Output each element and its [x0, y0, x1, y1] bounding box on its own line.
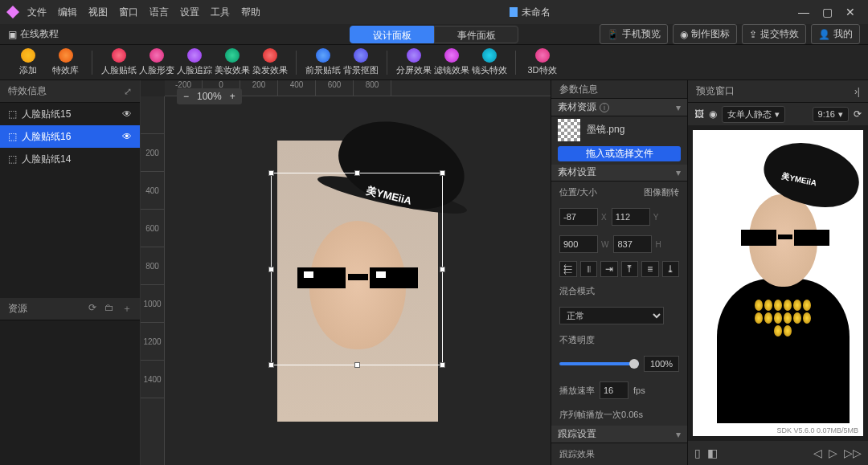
canvas-viewport[interactable]: 美YMEiiA	[165, 96, 551, 465]
seq-note: 序列帧播放一次0.06s	[559, 409, 643, 421]
add-icon[interactable]: ＋	[122, 302, 132, 316]
drop-file-button[interactable]: 拖入或选择文件	[558, 146, 681, 161]
follow-section-header[interactable]: 跟踪设置 ▾	[551, 426, 687, 443]
w-unit: W	[601, 240, 608, 249]
h-input[interactable]	[613, 235, 652, 253]
tool-sticker[interactable]: 人脸贴纸	[100, 48, 137, 76]
tool-lens[interactable]: 镜头特效	[471, 48, 507, 76]
asset-file-row[interactable]: 墨镜.png	[551, 116, 687, 143]
tool-hair[interactable]: 染发效果	[252, 48, 288, 76]
prev-button[interactable]: ◁	[813, 447, 822, 459]
collapse-icon[interactable]: ›|	[854, 86, 860, 97]
document-icon	[509, 7, 518, 17]
align-top[interactable]: ⤒	[621, 261, 639, 277]
refresh-icon[interactable]: ⟳	[88, 302, 96, 316]
visibility-toggle[interactable]: 👁	[122, 108, 132, 120]
make-icon-button[interactable]: ◉制作图标	[673, 24, 737, 44]
slider-thumb[interactable]	[629, 359, 639, 369]
chevron-down-icon: ▾	[775, 109, 780, 120]
menu-language[interactable]: 语言	[149, 6, 169, 19]
separator	[515, 51, 516, 75]
preview-header: 预览窗口 ›|	[688, 80, 868, 103]
opacity-slider[interactable]	[559, 362, 639, 365]
refresh-icon[interactable]: ⟳	[854, 108, 862, 120]
align-left[interactable]: ⬱	[559, 261, 577, 277]
window-title: 未命名	[260, 6, 798, 19]
opacity-value[interactable]: 100%	[644, 356, 679, 372]
compare-icon[interactable]: ◧	[707, 447, 718, 459]
tutorial-button[interactable]: ▣ 在线教程	[8, 27, 59, 41]
playrate-input[interactable]	[600, 381, 628, 399]
maximize-button[interactable]: ▢	[822, 6, 833, 18]
expand-icon[interactable]: ⤢	[124, 86, 132, 97]
handle-e[interactable]	[440, 267, 445, 272]
pose-select[interactable]: 女单人静态▾	[722, 106, 785, 123]
tool-filter[interactable]: 滤镜效果	[433, 48, 469, 76]
artboard[interactable]: 美YMEiiA	[277, 141, 438, 422]
minimize-button[interactable]: —	[798, 6, 809, 18]
close-button[interactable]: ✕	[845, 6, 855, 18]
preview-toolbar: 🖼 ◉ 女单人静态▾ 9:16▾ ⟳	[688, 103, 868, 125]
portrait-icon[interactable]: ▯	[694, 447, 701, 459]
align-bottom[interactable]: ⤓	[662, 261, 680, 277]
tab-design[interactable]: 设计面板	[350, 26, 434, 43]
blend-mode-select[interactable]: 正常	[559, 307, 664, 324]
menu-edit[interactable]: 编辑	[58, 6, 77, 19]
ratio-select[interactable]: 9:16▾	[813, 107, 849, 122]
menu-view[interactable]: 视图	[88, 6, 108, 19]
menu-window[interactable]: 窗口	[119, 6, 138, 19]
tool-morph[interactable]: 人脸形变	[138, 48, 174, 76]
selection-box[interactable]	[271, 173, 443, 365]
align-center-h[interactable]: ⫴	[580, 261, 598, 277]
phone-preview-button[interactable]: 📱手机预览	[600, 24, 668, 44]
tool-add[interactable]: 添加	[10, 48, 46, 76]
handle-ne[interactable]	[440, 170, 445, 176]
visibility-toggle[interactable]: 👁	[122, 131, 132, 142]
tool-split[interactable]: 分屏效果	[395, 48, 432, 76]
align-right[interactable]: ⇥	[600, 261, 618, 277]
handle-nw[interactable]	[268, 170, 274, 176]
folder-icon[interactable]: 🗀	[104, 302, 114, 316]
tool-fxlib[interactable]: 特效库	[47, 48, 84, 76]
menu-file[interactable]: 文件	[27, 6, 47, 19]
tool-matting[interactable]: 背景抠图	[342, 48, 379, 76]
layer-item-14[interactable]: ⬚ 人脸贴纸14	[0, 148, 140, 170]
mine-button[interactable]: 👤我的	[811, 24, 860, 44]
x-input[interactable]	[559, 208, 598, 226]
menu-help[interactable]: 帮助	[241, 6, 260, 19]
asset-section-header[interactable]: 素材资源i ▾	[551, 99, 687, 116]
camera-mode-icon[interactable]: ◉	[709, 108, 717, 120]
next-button[interactable]: ▷▷	[844, 447, 862, 459]
handle-se[interactable]	[440, 362, 445, 368]
mine-label: 我的	[833, 27, 853, 41]
submit-fx-button[interactable]: ⇪提交特效	[742, 24, 806, 44]
tab-event[interactable]: 事件面板	[434, 26, 518, 43]
morph-label: 人脸形变	[139, 64, 174, 76]
layer-item-15[interactable]: ⬚ 人脸贴纸15 👁	[0, 103, 140, 125]
tool-fg[interactable]: 前景贴纸	[305, 48, 341, 76]
ruler-tick: 1200	[141, 323, 164, 361]
y-input[interactable]	[612, 208, 650, 226]
settings-section-header[interactable]: 素材设置 ▾	[551, 165, 687, 182]
menu-tools[interactable]: 工具	[211, 6, 230, 19]
align-buttons: ⬱ ⫴ ⇥ ⤒ ≡ ⤓	[551, 258, 687, 280]
image-mode-icon[interactable]: 🖼	[694, 108, 704, 120]
info-icon[interactable]: i	[600, 103, 609, 112]
align-center-v[interactable]: ≡	[641, 261, 659, 277]
ruler-tick: 1000	[141, 285, 164, 323]
zoom-in-button[interactable]: +	[230, 91, 235, 102]
play-button[interactable]: ▷	[829, 447, 837, 459]
handle-sw[interactable]	[268, 362, 274, 368]
handle-s[interactable]	[354, 362, 360, 368]
tool-track[interactable]: 人脸追踪	[176, 48, 212, 76]
tool-beauty[interactable]: 美妆效果	[214, 48, 250, 76]
tool-3d[interactable]: 3D特效	[524, 48, 560, 76]
handle-w[interactable]	[268, 267, 274, 272]
handle-n[interactable]	[354, 170, 360, 176]
menu-settings[interactable]: 设置	[180, 6, 199, 19]
layer-item-16[interactable]: ⬚ 人脸贴纸16 👁	[0, 125, 140, 148]
preview-footer: ▯ ◧ ◁ ▷ ▷▷	[688, 441, 868, 465]
ruler-tick: 600	[316, 80, 354, 96]
w-input[interactable]	[559, 235, 598, 253]
zoom-out-button[interactable]: −	[183, 91, 189, 102]
